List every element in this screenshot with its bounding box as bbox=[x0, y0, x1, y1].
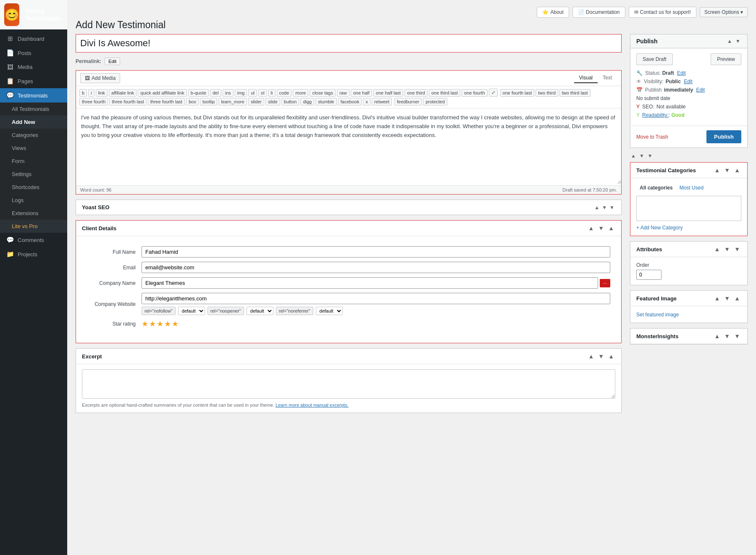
fmt-learn-more[interactable]: learn_more bbox=[218, 98, 247, 105]
star-3[interactable]: ★ bbox=[157, 319, 163, 329]
attr-up-btn[interactable]: ▲ bbox=[713, 246, 721, 253]
fmt-affiliate-link[interactable]: affiliate link bbox=[109, 89, 136, 97]
star-2[interactable]: ★ bbox=[149, 319, 156, 329]
attributes-header[interactable]: Attributes ▲ ▼ ▼ bbox=[630, 242, 747, 257]
fi-down-btn[interactable]: ▼ bbox=[723, 295, 731, 302]
permalink-edit-button[interactable]: Edit bbox=[105, 58, 120, 65]
preview-button[interactable]: Preview bbox=[711, 53, 741, 65]
fmt-one-half-last[interactable]: one half last bbox=[373, 89, 403, 97]
testimonial-categories-header[interactable]: Testimonial Categories ▲ ▼ ▲ bbox=[630, 163, 747, 178]
excerpt-header[interactable]: Excerpt ▲ ▼ ▲ bbox=[76, 349, 621, 364]
section-right-arrow[interactable]: ▼ bbox=[647, 153, 654, 159]
sidebar-item-settings[interactable]: Settings bbox=[0, 168, 67, 181]
client-up-btn[interactable]: ▲ bbox=[587, 225, 595, 231]
fmt-feedburner[interactable]: feedburner bbox=[394, 98, 422, 105]
fmt-facebook[interactable]: facebook bbox=[338, 98, 362, 105]
fmt-code[interactable]: code bbox=[277, 89, 292, 97]
client-details-header[interactable]: Client Details ▲ ▼ ▲ bbox=[76, 221, 621, 236]
fmt-ol[interactable]: ol bbox=[258, 89, 267, 97]
about-button[interactable]: ⭐ About bbox=[537, 7, 569, 18]
rel-noopener-select[interactable]: default yes no bbox=[247, 307, 273, 315]
star-5[interactable]: ★ bbox=[172, 319, 178, 329]
fmt-close-tags[interactable]: close tags bbox=[310, 89, 336, 97]
cat-tab-all[interactable]: All categories bbox=[636, 183, 676, 192]
attr-toggle-btn[interactable]: ▼ bbox=[733, 246, 741, 253]
fmt-three-fourth[interactable]: three fourth bbox=[79, 98, 108, 105]
featured-image-header[interactable]: Featured Image ▲ ▼ ▲ bbox=[630, 291, 747, 306]
publish-time-edit-link[interactable]: Edit bbox=[696, 87, 705, 93]
full-name-input[interactable] bbox=[142, 246, 610, 258]
company-url-input[interactable] bbox=[142, 293, 610, 304]
cat-up-btn[interactable]: ▲ bbox=[713, 167, 721, 174]
sidebar-item-comments[interactable]: 💬 Comments bbox=[0, 233, 67, 247]
fmt-slider[interactable]: slider bbox=[248, 98, 264, 105]
sidebar-item-litevspro[interactable]: Lite vs Pro bbox=[0, 220, 67, 233]
fmt-one-fourth[interactable]: one fourth bbox=[462, 89, 488, 97]
rel-noreferrer-select[interactable]: default yes no bbox=[316, 307, 343, 315]
star-4[interactable]: ★ bbox=[164, 319, 171, 329]
add-media-button[interactable]: 🖼 Add Media bbox=[80, 73, 120, 83]
monster-insights-header[interactable]: MonsterInsights ▲ ▼ ▼ bbox=[630, 329, 747, 344]
documentation-button[interactable]: 📄 Documentation bbox=[572, 7, 625, 18]
sidebar-item-views[interactable]: Views bbox=[0, 142, 67, 155]
section-up-arrow[interactable]: ▲ bbox=[630, 153, 637, 159]
sidebar-item-pages[interactable]: 📋 Pages bbox=[0, 74, 67, 88]
fmt-img[interactable]: img bbox=[235, 89, 247, 97]
move-to-trash-link[interactable]: Move to Trash bbox=[636, 134, 668, 140]
post-title-input[interactable] bbox=[76, 34, 621, 52]
mi-down-btn[interactable]: ▼ bbox=[723, 333, 731, 339]
excerpt-textarea[interactable] bbox=[82, 369, 615, 399]
fmt-three-fourth-last2[interactable]: three fourth last bbox=[148, 98, 185, 105]
publish-submit-button[interactable]: Publish bbox=[706, 130, 741, 143]
fmt-ul[interactable]: ul bbox=[248, 89, 257, 97]
fmt-x[interactable]: x bbox=[363, 98, 370, 105]
client-down-btn[interactable]: ▼ bbox=[597, 225, 605, 231]
fmt-two-third[interactable]: two third bbox=[536, 89, 558, 97]
fmt-one-third[interactable]: one third bbox=[404, 89, 428, 97]
order-input[interactable] bbox=[636, 270, 662, 280]
fmt-b[interactable]: b bbox=[79, 89, 87, 97]
readability-label-link[interactable]: Readability: bbox=[642, 112, 669, 118]
company-name-input[interactable] bbox=[142, 277, 598, 289]
sidebar-item-add-new[interactable]: Add New bbox=[0, 116, 67, 129]
fmt-link[interactable]: link bbox=[96, 89, 108, 97]
sidebar-item-posts[interactable]: 📄 Posts bbox=[0, 46, 67, 60]
add-new-category-link[interactable]: + Add New Category bbox=[636, 225, 682, 231]
fi-toggle-btn[interactable]: ▲ bbox=[733, 295, 741, 302]
excerpt-learn-more-link[interactable]: Learn more about manual excerpts. bbox=[276, 402, 349, 408]
fmt-i[interactable]: i bbox=[88, 89, 94, 97]
cat-toggle-btn[interactable]: ▲ bbox=[733, 167, 741, 174]
star-1[interactable]: ★ bbox=[142, 319, 148, 329]
excerpt-toggle-btn[interactable]: ▲ bbox=[607, 353, 615, 360]
fmt-one-third-last[interactable]: one third last bbox=[429, 89, 460, 97]
sidebar-item-projects[interactable]: 📁 Projects bbox=[0, 247, 67, 261]
sidebar-item-logs[interactable]: Logs bbox=[0, 194, 67, 207]
tab-text[interactable]: Text bbox=[598, 73, 617, 83]
yoast-up[interactable]: ▲ bbox=[593, 205, 600, 210]
fmt-quick-affiliate[interactable]: quick add affiliate link bbox=[138, 89, 186, 97]
section-down-arrow[interactable]: ▼ bbox=[638, 153, 645, 159]
publish-up-btn[interactable]: ▲ bbox=[726, 38, 733, 44]
mi-toggle-btn[interactable]: ▼ bbox=[733, 333, 741, 339]
sidebar-item-shortcodes[interactable]: Shortcodes bbox=[0, 181, 67, 194]
fmt-three-fourth-last[interactable]: three fourth last bbox=[109, 98, 146, 105]
tab-visual[interactable]: Visual bbox=[574, 73, 598, 83]
sidebar-item-categories[interactable]: Categories bbox=[0, 129, 67, 142]
fmt-protected[interactable]: protected bbox=[423, 98, 447, 105]
visibility-edit-link[interactable]: Edit bbox=[684, 79, 693, 84]
publish-down-btn[interactable]: ▼ bbox=[735, 38, 741, 44]
rel-nofollow-select[interactable]: default yes no bbox=[178, 307, 205, 315]
yoast-down[interactable]: ▼ bbox=[601, 205, 608, 210]
excerpt-down-btn[interactable]: ▼ bbox=[597, 353, 605, 360]
mi-up-btn[interactable]: ▲ bbox=[713, 333, 721, 339]
fmt-tooltip[interactable]: tooltip bbox=[200, 98, 217, 105]
excerpt-up-btn[interactable]: ▲ bbox=[587, 353, 595, 360]
fmt-slide[interactable]: slide bbox=[265, 98, 280, 105]
status-edit-link[interactable]: Edit bbox=[677, 70, 686, 76]
fmt-li[interactable]: li bbox=[268, 89, 276, 97]
fmt-two-third-last[interactable]: two third last bbox=[559, 89, 591, 97]
fmt-retweet[interactable]: retweet bbox=[372, 98, 392, 105]
fmt-bquote[interactable]: b-quote bbox=[188, 89, 209, 97]
fmt-box[interactable]: box bbox=[186, 98, 199, 105]
contact-button[interactable]: ✉ Contact us for support! bbox=[629, 7, 696, 18]
